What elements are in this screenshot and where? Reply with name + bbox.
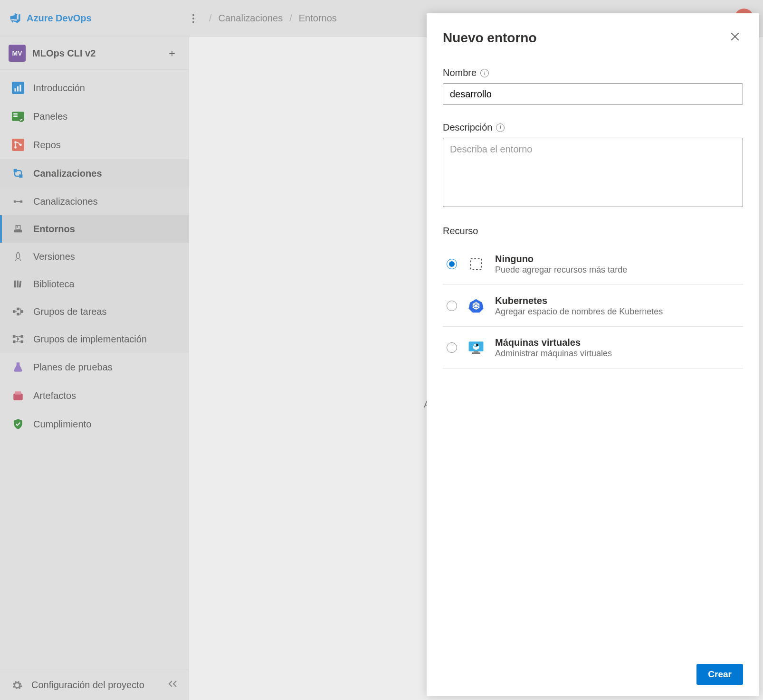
sidebar-sub-environments[interactable]: Entornos	[0, 215, 189, 243]
svg-rect-25	[17, 313, 19, 316]
resource-title: Kubernetes	[495, 294, 663, 307]
sidebar-sub-pipelines[interactable]: Canalizaciones	[0, 188, 189, 215]
brand[interactable]: Azure DevOps	[9, 12, 184, 25]
svg-rect-22	[19, 281, 22, 287]
breadcrumb-item-environments[interactable]: Entornos	[299, 13, 337, 24]
vm-icon	[467, 339, 485, 356]
svg-rect-27	[13, 335, 16, 338]
resource-title: Ninguno	[495, 253, 627, 265]
svg-rect-34	[471, 258, 482, 269]
info-icon[interactable]: i	[480, 69, 489, 77]
svg-rect-16	[20, 200, 23, 203]
svg-point-12	[14, 141, 17, 143]
svg-rect-44	[474, 351, 478, 352]
svg-rect-4	[14, 88, 16, 92]
collapse-icon[interactable]	[168, 680, 178, 691]
new-environment-panel: Nuevo entorno Nombre i Descripción i Rec…	[427, 13, 759, 696]
svg-rect-21	[17, 281, 19, 288]
artifacts-icon	[11, 389, 25, 402]
svg-rect-45	[472, 352, 480, 354]
sidebar-item-label: Planes de pruebas	[33, 362, 113, 373]
name-label: Nombre i	[443, 67, 743, 78]
radio-checked-icon[interactable]	[447, 259, 457, 269]
library-icon	[11, 277, 25, 291]
taskgroups-icon	[11, 305, 25, 318]
resource-list: Ninguno Puede agregar recursos más tarde…	[443, 243, 743, 369]
sidebar-sub-taskgroups[interactable]: Grupos de tareas	[0, 298, 189, 325]
sidebar-item-artifacts[interactable]: Artefactos	[0, 381, 189, 410]
svg-point-1	[192, 18, 194, 19]
project-badge: MV	[9, 45, 26, 62]
name-input[interactable]	[443, 83, 743, 105]
header-more-button[interactable]	[184, 9, 202, 28]
svg-rect-28	[13, 341, 16, 343]
radio-icon[interactable]	[447, 342, 457, 353]
overview-icon	[11, 81, 25, 95]
svg-rect-29	[21, 335, 24, 338]
testplans-icon	[11, 360, 25, 374]
svg-point-2	[192, 21, 194, 23]
breadcrumb-item-pipelines[interactable]: Canalizaciones	[219, 13, 283, 24]
deploygroups-icon	[11, 332, 25, 346]
description-label: Descripción i	[443, 122, 743, 133]
project-header: MV MLOps CLI v2 ＋	[0, 37, 189, 70]
resource-option-kubernetes[interactable]: Kubernetes Agregar espacio de nombres de…	[443, 284, 743, 326]
svg-rect-24	[17, 308, 19, 311]
sidebar-sub-label: Biblioteca	[33, 279, 75, 290]
boards-icon	[11, 110, 25, 123]
sidebar-item-boards[interactable]: Paneles	[0, 102, 189, 131]
svg-rect-23	[13, 310, 16, 313]
azure-devops-logo-icon	[9, 12, 22, 25]
svg-rect-15	[14, 200, 16, 203]
svg-rect-6	[19, 85, 21, 92]
project-name[interactable]: MLOps CLI v2	[32, 48, 164, 59]
svg-point-0	[192, 14, 194, 16]
sidebar-item-label: Repos	[33, 140, 61, 151]
pipelines-icon	[11, 167, 25, 180]
name-field: Nombre i	[443, 67, 743, 105]
panel-footer: Crear	[443, 664, 743, 685]
description-input[interactable]	[443, 138, 743, 207]
sidebar-item-overview[interactable]: Introducción	[0, 74, 189, 102]
svg-rect-26	[21, 310, 24, 313]
breadcrumb-sep: /	[286, 13, 295, 24]
sidebar-item-repos[interactable]: Repos	[0, 131, 189, 159]
svg-rect-17	[14, 230, 22, 233]
sidebar-item-label: Introducción	[33, 83, 85, 94]
svg-rect-8	[13, 114, 18, 115]
compliance-icon	[11, 417, 25, 431]
sidebar-sub-label: Versiones	[33, 251, 75, 262]
svg-rect-20	[14, 281, 16, 288]
resource-title: Máquinas virtuales	[495, 336, 612, 349]
svg-rect-9	[13, 115, 18, 117]
panel-title: Nuevo entorno	[443, 30, 537, 46]
close-button[interactable]	[730, 31, 743, 45]
sidebar-item-testplans[interactable]: Planes de pruebas	[0, 353, 189, 381]
breadcrumb: / Canalizaciones / Entornos	[206, 13, 337, 24]
sidebar-sub-releases[interactable]: Versiones	[0, 243, 189, 270]
sidebar-footer-label: Configuración del proyecto	[31, 680, 144, 691]
description-field: Descripción i	[443, 122, 743, 208]
radio-icon[interactable]	[447, 301, 457, 311]
svg-rect-5	[17, 86, 19, 92]
sidebar-sub-deploygroups[interactable]: Grupos de implementación	[0, 325, 189, 353]
sidebar-item-compliance[interactable]: Cumplimiento	[0, 410, 189, 438]
sidebar-sub-library[interactable]: Biblioteca	[0, 270, 189, 298]
resource-option-none[interactable]: Ninguno Puede agregar recursos más tarde	[443, 243, 743, 284]
svg-rect-33	[15, 391, 21, 395]
info-icon[interactable]: i	[496, 123, 505, 132]
sidebar-item-label: Canalizaciones	[33, 168, 102, 179]
resource-sub: Administrar máquinas virtuales	[495, 349, 612, 359]
releases-icon	[11, 250, 25, 263]
resource-sub: Puede agregar recursos más tarde	[495, 265, 627, 275]
description-label-text: Descripción	[443, 122, 492, 133]
resource-option-vms[interactable]: Máquinas virtuales Administrar máquinas …	[443, 326, 743, 368]
sidebar-item-pipelines[interactable]: Canalizaciones	[0, 159, 189, 188]
svg-point-13	[14, 146, 17, 149]
resource-sub: Agregar espacio de nombres de Kubernetes	[495, 307, 663, 317]
project-add-button[interactable]: ＋	[164, 45, 180, 61]
sidebar-footer-settings[interactable]: Configuración del proyecto	[0, 670, 189, 700]
svg-rect-11	[12, 139, 24, 151]
create-button[interactable]: Crear	[696, 664, 743, 685]
svg-rect-30	[21, 341, 24, 343]
